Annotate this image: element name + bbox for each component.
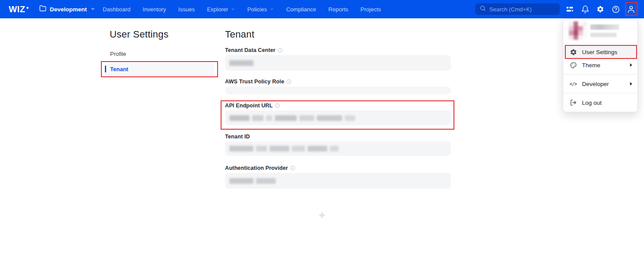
field-label: API Endpoint URL xyxy=(225,103,273,109)
nav-item-label: Reports xyxy=(329,6,349,13)
redacted-value xyxy=(292,146,305,151)
field-tenant-id: Tenant ID xyxy=(225,133,451,156)
search-icon xyxy=(480,5,486,13)
sidebar-item-label: Tenant xyxy=(110,66,128,72)
nav-item-explorer[interactable]: Explorer xyxy=(207,6,235,13)
user-icon[interactable] xyxy=(625,3,637,15)
nav-item-dashboard[interactable]: Dashboard xyxy=(103,6,131,13)
info-icon[interactable] xyxy=(286,79,291,84)
active-indicator-bar xyxy=(105,65,106,72)
avatar xyxy=(569,21,587,40)
redacted-value xyxy=(317,115,342,121)
redacted-value xyxy=(256,178,276,184)
menu-item-user-settings[interactable]: User Settings xyxy=(563,45,637,58)
help-icon[interactable] xyxy=(610,3,621,15)
folder-icon xyxy=(39,5,46,14)
sparkle-icon xyxy=(26,3,29,11)
divider xyxy=(563,43,637,44)
tenant-id-value xyxy=(225,141,451,156)
nav-item-label: Compliance xyxy=(286,6,316,13)
chevron-down-icon xyxy=(90,5,95,13)
project-switcher[interactable]: Development xyxy=(39,0,95,18)
info-icon[interactable] xyxy=(275,103,280,108)
field-label: Tenant ID xyxy=(225,134,250,140)
redacted-value xyxy=(308,146,327,151)
submenu-arrow-icon xyxy=(630,63,632,67)
wiz-logo[interactable]: WIZ xyxy=(9,0,29,18)
redacted-user-email xyxy=(590,33,616,37)
redacted-value xyxy=(229,178,253,184)
field-authentication-provider: Authentication Provider xyxy=(225,165,451,189)
sidebar-item-tenant[interactable]: Tenant xyxy=(105,62,214,76)
sparkle-icon xyxy=(318,211,326,221)
info-icon[interactable] xyxy=(290,165,295,171)
main-nav-links: Dashboard Inventory Issues Explorer Poli… xyxy=(103,0,381,18)
authentication-provider-value xyxy=(225,173,451,189)
whats-new-icon[interactable] xyxy=(564,3,575,15)
palette-icon xyxy=(569,62,577,69)
field-tenant-data-center: Tenant Data Center xyxy=(225,47,451,71)
nav-item-reports[interactable]: Reports xyxy=(329,6,349,13)
code-icon: </> xyxy=(569,82,577,86)
search-bar[interactable] xyxy=(475,3,560,15)
redacted-value xyxy=(345,115,355,121)
submenu-arrow-icon xyxy=(630,82,632,86)
redacted-value xyxy=(266,115,272,121)
divider xyxy=(563,93,637,93)
settings-gear-icon[interactable] xyxy=(595,3,606,15)
nav-item-label: Issues xyxy=(178,6,195,13)
nav-item-label: Inventory xyxy=(143,6,166,13)
menu-item-label: User Settings xyxy=(582,49,617,55)
search-input[interactable] xyxy=(489,6,555,13)
page-title: User Settings xyxy=(110,29,169,40)
menu-item-log-out[interactable]: Log out xyxy=(563,96,637,109)
field-label: Tenant Data Center xyxy=(225,47,275,53)
nav-icon-buttons xyxy=(564,0,637,18)
menu-item-label: Developer xyxy=(582,81,609,87)
project-label: Development xyxy=(50,6,87,13)
chevron-down-icon xyxy=(231,7,235,11)
menu-item-label: Log out xyxy=(582,100,602,106)
logout-icon xyxy=(569,99,577,106)
notifications-bell-icon[interactable] xyxy=(579,3,591,15)
redacted-value xyxy=(275,115,297,121)
redacted-value xyxy=(229,146,253,151)
redacted-value xyxy=(270,146,289,151)
sidebar-item-profile[interactable]: Profile xyxy=(110,51,126,57)
chevron-down-icon xyxy=(270,7,274,11)
info-icon[interactable] xyxy=(277,48,283,53)
redacted-value xyxy=(229,60,253,66)
nav-item-label: Policies xyxy=(247,6,267,13)
user-menu: User Settings Theme </> Developer Log ou… xyxy=(563,18,638,112)
gear-icon xyxy=(569,48,577,56)
redacted-user-name xyxy=(590,24,619,30)
section-title: Tenant xyxy=(225,29,254,40)
nav-item-label: Dashboard xyxy=(103,6,131,13)
tenant-data-center-value xyxy=(225,55,451,71)
nav-item-label: Explorer xyxy=(207,6,228,13)
field-label: AWS Trust Policy Role xyxy=(225,79,284,85)
aws-trust-policy-role-value xyxy=(225,86,451,94)
menu-item-developer[interactable]: </> Developer xyxy=(563,77,637,90)
menu-item-label: Theme xyxy=(582,62,600,69)
nav-item-policies[interactable]: Policies xyxy=(247,6,274,13)
field-label: Authentication Provider xyxy=(225,165,288,171)
redacted-value xyxy=(330,146,339,151)
api-endpoint-url-value xyxy=(225,110,451,125)
field-api-endpoint-url: API Endpoint URL xyxy=(225,102,451,125)
menu-item-theme[interactable]: Theme xyxy=(563,58,637,72)
redacted-value xyxy=(252,115,263,121)
wiz-logo-text: WIZ xyxy=(9,0,25,18)
user-menu-header xyxy=(563,19,637,43)
nav-item-issues[interactable]: Issues xyxy=(178,6,195,13)
nav-item-inventory[interactable]: Inventory xyxy=(143,6,166,13)
redacted-value xyxy=(229,115,249,121)
top-nav: WIZ Development Dashboard Inventory Issu… xyxy=(0,0,644,18)
nav-item-compliance[interactable]: Compliance xyxy=(286,6,316,13)
nav-item-projects[interactable]: Projects xyxy=(360,6,381,13)
redacted-value xyxy=(299,115,314,121)
nav-item-label: Projects xyxy=(360,6,381,13)
redacted-value xyxy=(256,146,267,151)
field-aws-trust-policy-role: AWS Trust Policy Role xyxy=(225,78,451,94)
divider xyxy=(563,74,637,75)
